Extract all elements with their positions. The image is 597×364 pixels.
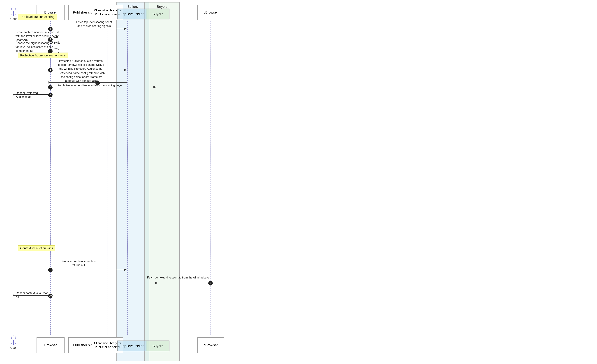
- toplevel-box-top: Top-level seller: [117, 8, 147, 19]
- svg-line-24: [14, 13, 16, 15]
- publisher-label-bottom: Publisher site: [73, 343, 94, 348]
- user-figure-bottom: User: [10, 335, 17, 349]
- publisher-label-top: Publisher site: [73, 10, 94, 15]
- svg-line-27: [11, 342, 14, 344]
- toplevel-box-bottom: Top-level seller: [117, 340, 147, 351]
- step2-num: 2: [48, 37, 53, 42]
- svg-line-28: [14, 342, 16, 344]
- svg-line-23: [11, 13, 14, 15]
- user-icon-bottom: [10, 335, 17, 346]
- arrows-svg: Sellers Buyers: [0, 0, 597, 364]
- pbrowser-box-top: pBrowser: [197, 5, 224, 20]
- buyers-box-bottom: Buyers: [146, 340, 169, 351]
- buyers-label-bottom: Buyers: [152, 344, 163, 348]
- step10-num: 10: [48, 293, 53, 298]
- svg-text:Buyers: Buyers: [157, 5, 167, 8]
- svg-rect-3: [145, 2, 180, 361]
- step4-num: 4: [48, 68, 53, 72]
- user-figure-top: User: [10, 6, 17, 21]
- toplevel-label-bottom: Top-level seller: [121, 344, 144, 348]
- step2-label: Score each component auction bidwith top…: [16, 30, 62, 42]
- step1-label: Fetch top-level scoring scriptand truste…: [73, 20, 115, 28]
- browser-label-bottom: Browser: [44, 343, 57, 348]
- step6-num: 6: [48, 85, 53, 90]
- pbrowser-label-bottom: pBrowser: [204, 343, 218, 348]
- svg-text:Sellers: Sellers: [127, 5, 138, 8]
- step8-label: Protected Audience auctionreturns null: [57, 259, 100, 267]
- step3-label: Choose the highest scoring ad fromtop-le…: [16, 41, 64, 53]
- step6-label: Fetch Protected Audience ad from the win…: [57, 84, 123, 87]
- step10-label: Render contextual auction ad: [16, 291, 50, 299]
- user-icon-top: [10, 6, 17, 17]
- user-label-top: User: [10, 17, 17, 21]
- diagram-container: Sellers Buyers: [0, 0, 597, 364]
- svg-point-21: [11, 7, 16, 11]
- pbrowser-box-bottom: pBrowser: [197, 337, 224, 353]
- step5-label: Set fenced frame config attribute withth…: [55, 71, 108, 83]
- buyers-box-top: Buyers: [146, 8, 169, 19]
- clientlib-label-bottom: Client-side library forPublisher ad serv…: [94, 341, 121, 349]
- step7-num: 7: [48, 93, 53, 97]
- user-label-bottom: User: [10, 346, 17, 349]
- step9-label: Fetch contextual auction ad from the win…: [146, 276, 212, 280]
- svg-rect-2: [117, 2, 149, 361]
- contextual-auction-label: Contextual auction wins: [18, 245, 55, 251]
- toplevel-label-top: Top-level seller: [121, 12, 144, 16]
- clientlib-label-top: Client-side library forPublisher ad serv…: [94, 8, 121, 16]
- svg-point-25: [11, 336, 16, 340]
- step9-num: 9: [208, 281, 213, 285]
- step8-num: 8: [48, 268, 53, 272]
- step1-num: 1: [48, 27, 53, 31]
- browser-box-bottom: Browser: [37, 337, 64, 353]
- step7-label: Render Protected Audience ad: [16, 91, 48, 99]
- pbrowser-label-top: pBrowser: [204, 10, 218, 15]
- buyers-label-top: Buyers: [152, 12, 163, 16]
- top-level-auction-label: Top-level auction scoring: [18, 14, 57, 20]
- step3-num: 3: [48, 49, 53, 53]
- protective-audience-label: Protective Audience auction wins: [18, 53, 68, 58]
- step5-num: 5: [95, 81, 100, 85]
- step4-label: Protected Audience auction returnsFenced…: [55, 59, 107, 71]
